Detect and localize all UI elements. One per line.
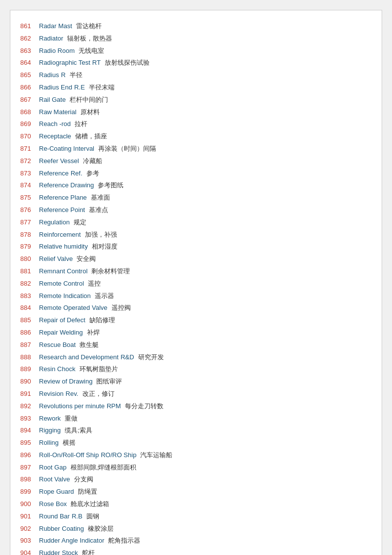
entry-chinese: 安全阀 <box>77 254 96 264</box>
entry-chinese: 再涂装（时间）间隔 <box>98 144 156 154</box>
entry-term: Relief Valve <box>39 254 73 264</box>
entry-abbreviation: Rev. <box>66 389 78 399</box>
entry-chinese: 缆具;索具 <box>65 426 92 436</box>
entry-chinese: 横摇 <box>63 438 76 448</box>
entry-number: 862 <box>20 34 39 44</box>
entry-chinese: 参考 <box>86 169 99 179</box>
entry-term: Revision <box>39 389 64 399</box>
table-row: 899Rope Guard防绳置 <box>10 486 382 498</box>
entry-term: Radius <box>39 70 59 81</box>
entry-chinese: 圆钢 <box>86 512 99 522</box>
entry-term: Root Gap <box>39 463 67 473</box>
entry-term: Review of Drawing <box>39 377 92 387</box>
entry-chinese: 放射线探伤试验 <box>105 58 150 68</box>
entry-term: Repair Welding <box>39 328 83 338</box>
table-row: 880Relief Valve安全阀 <box>10 253 382 265</box>
table-row: 866Radius EndR.E半径末端 <box>10 82 382 94</box>
entry-term: Reinforcement <box>39 230 81 240</box>
entry-chinese: 储槽，插座 <box>75 131 107 142</box>
table-row: 902Rubber Coating橡胶涂层 <box>10 523 382 535</box>
table-row: 868Raw Material原材料 <box>10 106 382 119</box>
table-row: 864Radiographic TestRT放射线探伤试验 <box>10 57 382 69</box>
table-row: 862Radiator辐射板，散热器 <box>10 33 382 45</box>
table-row: 876Reference Point基准点 <box>10 204 382 216</box>
entry-chinese: 加强，补强 <box>85 230 117 240</box>
entry-chinese: 遥控阀 <box>112 303 131 313</box>
entry-chinese: 参考图纸 <box>98 180 123 191</box>
entry-number: 881 <box>20 266 39 277</box>
entry-chinese: 图纸审评 <box>96 377 122 387</box>
table-row: 874Reference Drawing参考图纸 <box>10 179 382 192</box>
entry-abbreviation: RT <box>92 58 101 68</box>
entry-chinese: 基准面 <box>91 193 110 203</box>
entry-chinese: 辐射板，散热器 <box>67 34 112 44</box>
entry-chinese: 遥控 <box>88 279 101 289</box>
entry-chinese: 缺陷修理 <box>89 315 115 326</box>
entry-number: 874 <box>20 180 39 191</box>
table-row: 889Resin Chock环氧树脂垫片 <box>10 363 382 376</box>
table-row: 884Remote Operated Valve遥控阀 <box>10 302 382 314</box>
table-row: 863Radio Room无线电室 <box>10 45 382 57</box>
entry-chinese: 原材料 <box>80 107 100 118</box>
entry-term: Rolling <box>39 438 59 448</box>
entry-term: Reach -rod <box>39 119 71 129</box>
entry-number: 901 <box>20 512 39 522</box>
entry-chinese: 拉杆 <box>75 119 87 129</box>
entry-term: Radius End <box>39 83 72 93</box>
table-row: 879Relative humidity相对湿度 <box>10 241 382 253</box>
table-row: 900Rose Box舱底水过滤箱 <box>10 498 382 511</box>
entry-term: Round Bar <box>39 512 70 522</box>
entry-chinese: 半径末端 <box>89 83 115 93</box>
entry-number: 900 <box>20 499 39 510</box>
entry-chinese: 基准点 <box>89 205 108 215</box>
entry-abbreviation: RPM <box>107 401 121 412</box>
entry-number: 861 <box>20 21 39 32</box>
entry-chinese: 舱底水过滤箱 <box>71 499 109 510</box>
entry-number: 869 <box>20 119 39 129</box>
entry-term: Rescue Boat <box>39 340 76 350</box>
table-row: 867Rail Gate栏杆中间的门 <box>10 94 382 106</box>
entry-chinese: 重做 <box>65 414 78 424</box>
entry-term: Rudder Angle Indicator <box>39 536 104 546</box>
entry-term: Root Valve <box>39 474 70 485</box>
entry-term: Revolutions per minute <box>39 401 105 412</box>
entry-term: Reefer Vessel <box>39 156 79 167</box>
entry-chinese: 遥示器 <box>95 291 114 301</box>
entry-number: 887 <box>20 340 39 350</box>
entry-term: Radiator <box>39 34 63 44</box>
table-row: 893Rework重做 <box>10 413 382 425</box>
table-row: 882Remote Control遥控 <box>10 278 382 290</box>
entry-term: Rudder Stock <box>39 548 78 555</box>
entry-number: 880 <box>20 254 39 264</box>
entry-number: 886 <box>20 328 39 338</box>
table-row: 883Remote Indication遥示器 <box>10 290 382 302</box>
entry-number: 894 <box>20 426 39 436</box>
entry-chinese: 分支阀 <box>74 474 93 485</box>
entry-term: Reference Drawing <box>39 180 94 191</box>
entry-term: Roll-On/Roll-Off Ship <box>39 450 99 461</box>
entry-term: Remote Indication <box>39 291 91 301</box>
entry-abbreviation: R.E <box>74 83 85 93</box>
entry-abbreviation: R&D <box>120 352 134 363</box>
entry-term: Radio Room <box>39 46 75 56</box>
entry-term: Reference Plane <box>39 193 87 203</box>
entry-chinese: 研究开发 <box>138 352 164 363</box>
entry-chinese: 舵杆 <box>82 548 95 555</box>
entry-term: Remnant Control <box>39 266 87 277</box>
entry-number: 888 <box>20 352 39 363</box>
table-row: 886Repair Welding补焊 <box>10 327 382 339</box>
entry-number: 866 <box>20 83 39 93</box>
entry-term: Radar Mast <box>39 21 72 32</box>
table-row: 873ReferenceRef.参考 <box>10 168 382 180</box>
entry-number: 870 <box>20 131 39 142</box>
entry-chinese: 橡胶涂层 <box>88 524 114 534</box>
entry-term: Reference Point <box>39 205 85 215</box>
entry-term: Radiographic Test <box>39 58 90 68</box>
entry-term: Rigging <box>39 426 61 436</box>
entry-number: 883 <box>20 291 39 301</box>
entry-term: Raw Material <box>39 107 77 118</box>
entry-chinese: 剩余材料管理 <box>91 266 130 277</box>
entry-number: 876 <box>20 205 39 215</box>
entry-number: 893 <box>20 414 39 424</box>
table-row: 895Rolling横摇 <box>10 437 382 449</box>
